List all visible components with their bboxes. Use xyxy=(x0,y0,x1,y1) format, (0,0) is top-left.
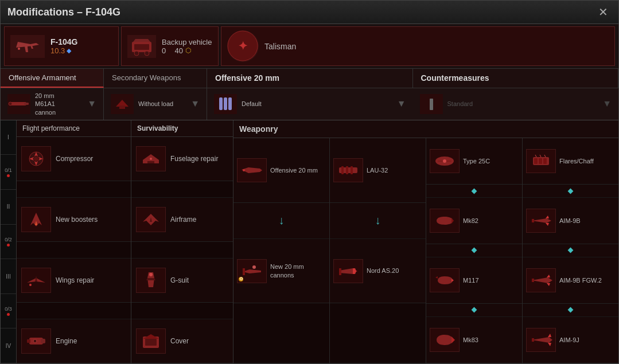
mod-offensive-20mm[interactable]: Offensive 20 mm xyxy=(233,138,329,203)
mod-m117[interactable]: M117 xyxy=(426,257,522,304)
tab-secondary-weapons[interactable]: Secondary Weapons xyxy=(104,69,207,88)
svg-rect-26 xyxy=(145,339,157,346)
svg-rect-31 xyxy=(346,166,348,174)
w-col3-diamond3 xyxy=(426,304,522,317)
selected-cannon[interactable]: 20 mmM61A1cannon ▼ xyxy=(1,88,104,120)
fuselage-repair-label: Fuselage repair xyxy=(170,155,218,163)
mod-cover[interactable]: Cover xyxy=(131,319,233,363)
survivability-col: Survivability Fuselage repair xyxy=(131,120,233,363)
mod-nord-as20[interactable]: Nord AS.20 xyxy=(330,239,426,304)
rank-01: 0/1 xyxy=(1,155,16,190)
mod-new-20mm-cannons[interactable]: ⚙ New 20 mm cannons xyxy=(233,239,329,304)
svg-rect-19 xyxy=(41,339,45,343)
w-col1-arrow1: ↓ xyxy=(233,203,329,239)
default-arrow: ▼ xyxy=(397,99,406,109)
svg-rect-20 xyxy=(27,339,30,343)
svg-rect-10 xyxy=(119,105,125,109)
svg-point-23 xyxy=(150,158,152,160)
aim9b-fgw2-icon xyxy=(526,268,556,292)
mod-mk82[interactable]: Mk82 xyxy=(426,198,522,244)
mod-compressor[interactable]: Compressor xyxy=(17,137,131,181)
mod-flares-chaff[interactable]: Flares/Chaff xyxy=(523,138,618,185)
nord-icon xyxy=(333,259,363,283)
teal-diamond-5 xyxy=(568,248,574,253)
gem-icon: ◆ xyxy=(67,47,71,54)
gold-icon: ⬡ xyxy=(185,46,191,54)
mod-lau-32[interactable]: LAU-32 xyxy=(330,138,426,203)
backup-card[interactable]: Backup vehicle 0 40 ⬡ xyxy=(121,26,219,66)
mod-aim9b-fgw2[interactable]: AIM-9B FGW.2 xyxy=(523,257,618,304)
offensive-20mm-icon xyxy=(237,158,267,182)
engine-label: Engine xyxy=(56,337,77,345)
rank-03: 0/3 xyxy=(1,294,16,329)
svg-point-3 xyxy=(134,51,139,56)
backup-label: Backup vehicle xyxy=(162,38,212,46)
mod-wings-repair[interactable]: Wings repair xyxy=(17,259,131,303)
aim9b-label: AIM-9B xyxy=(559,217,581,225)
mk82-icon xyxy=(430,209,460,233)
weaponry-col-2: LAU-32 ↓ xyxy=(330,138,426,363)
standard-label: Standard xyxy=(447,100,473,108)
rank-03-label: 0/3 xyxy=(5,306,12,312)
talisman-card[interactable]: ✦ Talisman xyxy=(221,26,615,66)
cannon-label: 20 mmM61A1cannon xyxy=(35,92,56,116)
mod-airframe[interactable]: Airframe xyxy=(131,198,233,242)
svg-rect-37 xyxy=(539,158,542,164)
teal-diamond-6 xyxy=(568,307,574,313)
rank-iii: III xyxy=(1,259,16,294)
tab-offensive-armament[interactable]: Offensive Armament xyxy=(1,69,104,88)
tab-offensive-20mm[interactable]: Offensive 20 mm xyxy=(207,69,413,88)
mod-new-boosters[interactable]: New boosters xyxy=(17,198,131,242)
type25c-icon xyxy=(430,149,460,173)
flight-col-header: Flight performance xyxy=(17,120,131,137)
g-suit-label: G-suit xyxy=(170,276,189,284)
svg-rect-22 xyxy=(147,161,154,163)
rank-column: I 0/1 II 0/2 III 0/3 IV xyxy=(1,120,17,363)
cannon-icon xyxy=(7,94,30,114)
mod-g-suit[interactable]: G-suit xyxy=(131,259,233,303)
selected-without-load[interactable]: Without load ▼ xyxy=(104,88,207,120)
offensive-20mm-label: Offensive 20 mm xyxy=(270,166,318,174)
svg-point-27 xyxy=(243,169,245,171)
close-button[interactable]: ✕ xyxy=(595,4,612,20)
aim9j-icon xyxy=(526,328,556,352)
rank-iv: IV xyxy=(1,328,16,363)
type25c-label: Type 25C xyxy=(463,157,490,165)
mod-fuselage-repair[interactable]: Fuselage repair xyxy=(131,137,233,181)
standard-arrow: ▼ xyxy=(602,99,612,109)
mk82-label: Mk82 xyxy=(463,217,478,225)
without-load-icon xyxy=(111,94,134,114)
mod-engine[interactable]: Engine xyxy=(17,319,131,363)
mod-aim9b[interactable]: AIM-9B xyxy=(523,198,618,244)
tab-countermeasures[interactable]: Countermeasures xyxy=(413,69,619,88)
svg-rect-12 xyxy=(224,97,227,110)
selected-standard[interactable]: Standard ▼ xyxy=(413,88,619,120)
backup-icon xyxy=(127,35,156,58)
cover-icon xyxy=(136,328,166,354)
weaponry-col-3: Type 25C xyxy=(426,138,523,363)
svg-point-4 xyxy=(145,51,149,56)
w-col4-diamond2 xyxy=(523,244,618,257)
vehicle-card[interactable]: F-104G 10.3 ◆ xyxy=(4,26,119,66)
aim9b-icon xyxy=(526,209,556,233)
flares-chaff-icon xyxy=(526,149,556,173)
teal-diamond-3 xyxy=(472,307,477,313)
weaponry-header: Weaponry xyxy=(233,120,618,138)
w-col4-diamond3 xyxy=(523,304,618,317)
wings-repair-label: Wings repair xyxy=(56,276,94,284)
svg-point-34 xyxy=(443,159,446,163)
surv-spacer-3 xyxy=(131,303,233,319)
selected-default[interactable]: Default ▼ xyxy=(207,88,413,120)
mod-aim9j[interactable]: AIM-9J xyxy=(523,317,618,363)
svg-rect-2 xyxy=(134,44,149,50)
weaponry-col-1: Offensive 20 mm ↓ xyxy=(233,138,330,363)
weaponry-col-4: Flares/Chaff xyxy=(523,138,618,363)
rank-03-dot xyxy=(7,313,10,316)
mod-type-25c[interactable]: Type 25C xyxy=(426,138,522,185)
wings-repair-icon xyxy=(21,268,51,293)
mod-mk83[interactable]: Mk83 xyxy=(426,317,522,363)
new-20mm-icon: ⚙ xyxy=(237,259,267,283)
new-boosters-label: New boosters xyxy=(56,216,98,224)
rank-iv-label: IV xyxy=(6,343,11,349)
w-col3-diamond2 xyxy=(426,244,522,257)
